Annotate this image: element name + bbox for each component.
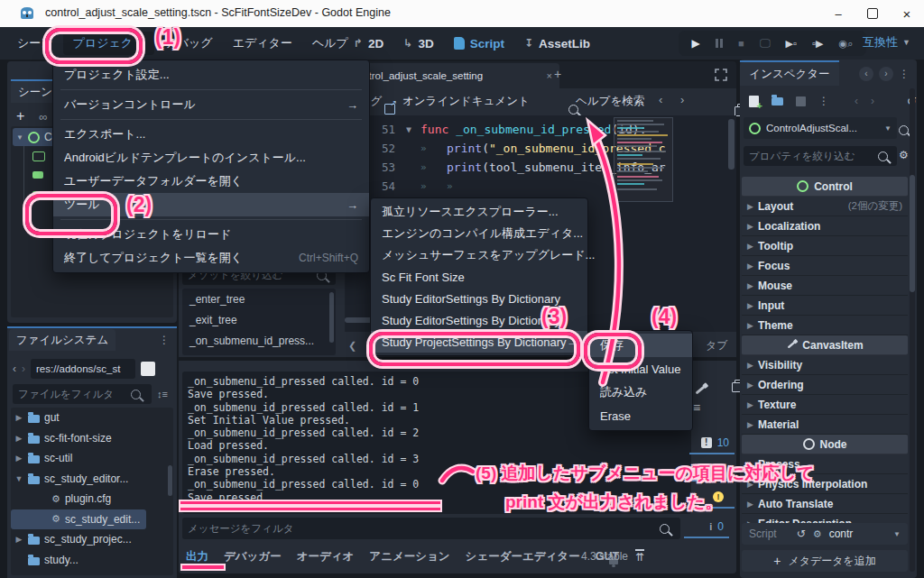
pause-button[interactable] <box>716 39 723 48</box>
tools-menu-item-2[interactable]: メッシュサーフェスをアップグレード... <box>371 244 587 266</box>
inspector-filter-input[interactable]: プロパティを絞り込む <box>744 146 897 166</box>
bottom-tab-0[interactable]: 出力 <box>186 549 208 564</box>
edited-object-select[interactable]: ControlAdjustScal... ▼ <box>744 117 897 139</box>
chevron-down-icon[interactable]: ▼ <box>893 530 901 538</box>
close-tab-icon[interactable]: × <box>547 70 552 81</box>
expand-fullscreen-icon[interactable] <box>715 69 727 81</box>
message-filter-input[interactable]: メッセージをフィルタ <box>182 518 680 539</box>
play-custom-scene-button[interactable]: ▫▶ <box>812 38 823 50</box>
filesystem-filter-input[interactable]: ファイルをフィルタ <box>13 384 152 404</box>
tools-menu-item-3[interactable]: Sc Fit Font Size <box>371 266 587 288</box>
inspector-section-ordering[interactable]: ▶Ordering <box>742 375 908 395</box>
add-metadata-button[interactable]: + メタデータを追加 <box>742 550 908 572</box>
bottom-tab-1[interactable]: デバッガー <box>224 549 282 564</box>
play-button[interactable]: ▶ <box>692 37 700 50</box>
stop-button[interactable]: ■ <box>738 38 744 49</box>
search-help-button[interactable]: ヘルプを検索 <box>576 94 644 109</box>
project-menu-item-7[interactable]: 終了してプロジェクト一覧を開くCtrl+Shift+Q <box>53 246 369 270</box>
project-menu-item-3[interactable]: Androidビルドテンプレートのインストール... <box>53 146 369 170</box>
tab-inspector[interactable]: インスペクター <box>740 62 839 86</box>
info-count-toggle[interactable]: i 0 <box>684 518 729 538</box>
menu-item-3[interactable]: エディター <box>223 32 302 55</box>
study-menu-item-2[interactable]: 読み込み <box>589 381 692 404</box>
workspace-script[interactable]: Script <box>454 37 504 50</box>
project-menu-item-2[interactable]: エクスポート... <box>53 123 369 146</box>
inspector-section-focus[interactable]: ▶Focus <box>742 256 908 276</box>
study-menu-item-3[interactable]: Erase <box>589 404 692 427</box>
scene-tab-active[interactable]: control_adjust_scale_setting × <box>345 63 559 88</box>
method-list-item[interactable]: _exit_tree <box>182 309 336 330</box>
tools-menu-item-1[interactable]: エンジンのコンパイル構成エディタ... <box>371 223 587 244</box>
close-button[interactable]: × <box>890 1 924 26</box>
project-menu-item-0[interactable]: プロジェクト設定... <box>53 63 369 87</box>
filesystem-scrollbar[interactable] <box>168 465 172 496</box>
save-resource-icon[interactable] <box>796 96 806 106</box>
inspector-section-visibility[interactable]: ▶Visibility <box>742 355 908 375</box>
new-resource-icon[interactable]: + <box>749 96 759 107</box>
inspector-section-input[interactable]: ▶Input <box>742 296 908 316</box>
inspector-scrollbar[interactable] <box>910 88 915 572</box>
log-count-toggle[interactable]: ! 10 <box>689 435 735 454</box>
filesystem-item-sc_study_edit[interactable]: ⚙sc_study_edit... <box>11 509 146 530</box>
dock-options-icon[interactable]: ⋮ <box>899 68 910 80</box>
clear-output-icon[interactable] <box>695 385 705 394</box>
scene-tree-child-row[interactable] <box>32 151 45 161</box>
script-forward-icon[interactable]: › <box>680 93 684 106</box>
filesystem-item-study[interactable]: study... <box>11 550 173 571</box>
filesystem-item-sc-fit-font-size[interactable]: ▶sc-fit-font-size <box>11 428 173 449</box>
expand-bottom-panel-icon[interactable]: ⇈ <box>635 549 644 564</box>
indent-type-status[interactable]: タブ <box>706 338 728 353</box>
workspace-3d[interactable]: ↳3D <box>403 37 433 50</box>
scene-tree-child-row[interactable] <box>32 171 43 179</box>
filesystem-item-sc_study_editor[interactable]: ▼sc_study_editor... <box>11 469 173 490</box>
project-menu-item-1[interactable]: バージョンコントロール→ <box>53 93 369 116</box>
play-scene-button[interactable]: ▶▫ <box>786 38 797 50</box>
collapse-duplicates-icon[interactable]: ≡ <box>693 400 700 415</box>
resource-options-icon[interactable]: ⋮ <box>818 95 829 107</box>
remote-play-icon[interactable]: 🖵 <box>760 37 771 50</box>
instance-scene-icon[interactable]: ∞ <box>39 110 47 124</box>
history-forward-icon[interactable]: › <box>871 95 874 107</box>
filesystem-item-sc_study_projec[interactable]: ▶sc_study_projec... <box>11 529 173 550</box>
renderer-select[interactable]: 互換性 ▼ <box>863 34 910 50</box>
inspector-section-auto-translate[interactable]: ▶Auto Translate <box>742 494 908 514</box>
inspector-section-layout[interactable]: ▶Layout(2個の変更) <box>742 197 908 216</box>
prev-object-icon[interactable]: ‹ <box>859 67 873 81</box>
history-back-icon[interactable]: ‹ <box>855 95 858 107</box>
inspector-section-theme[interactable]: ▶Theme <box>742 316 908 335</box>
filesystem-item-gut[interactable]: ▶gut <box>11 408 173 428</box>
dock-options-icon[interactable]: ⋮ <box>159 334 170 346</box>
history-back-icon[interactable]: ‹ <box>13 362 16 375</box>
revert-icon[interactable]: ↺ <box>797 528 806 540</box>
bottom-tab-2[interactable]: オーディオ <box>297 549 355 564</box>
inspector-section-texture[interactable]: ▶Texture <box>742 395 908 415</box>
method-list-item[interactable]: _enter_tree <box>182 289 336 309</box>
inspector-section-mouse[interactable]: ▶Mouse <box>742 276 908 296</box>
bottom-tab-3[interactable]: アニメーション <box>369 549 449 564</box>
bottom-tab-4[interactable]: シェーダーエディター <box>466 549 580 564</box>
filesystem-tree[interactable]: ▶gut▶sc-fit-font-size▶sc-util▼sc_study_e… <box>11 408 173 575</box>
workspace-assetlib[interactable]: ↧AssetLib <box>524 37 590 50</box>
script-property-row[interactable]: Script ↺ ⚙ contr ▼ <box>742 523 908 545</box>
inspector-section-material[interactable]: ▶Material <box>742 415 908 435</box>
minimize-button[interactable]: – <box>821 1 855 26</box>
add-node-button[interactable]: + <box>16 108 24 124</box>
workspace-2d[interactable]: ↱2D <box>354 37 383 50</box>
movie-maker-button[interactable]: ◉⌕ <box>839 38 854 50</box>
maximize-button[interactable] <box>855 1 890 26</box>
menu-item-4[interactable]: ヘルプ <box>302 32 358 55</box>
tools-menu-item-0[interactable]: 孤立リソースエクスプローラー... <box>371 201 587 223</box>
inspector-section-tooltip[interactable]: ▶Tooltip <box>742 236 908 256</box>
collapse-panel-icon[interactable]: ❮ <box>348 340 356 352</box>
filesystem-item-sc-util[interactable]: ▶sc-util <box>11 448 173 469</box>
filesystem-item-plugincfg[interactable]: ⚙plugin.cfg <box>11 489 173 509</box>
code-scrollbar[interactable] <box>728 119 735 170</box>
current-path-field[interactable]: res://addons/sc_st <box>31 359 135 379</box>
code-minimap[interactable] <box>614 117 673 202</box>
tab-filesystem[interactable]: ファイルシステム <box>9 329 116 351</box>
inspector-section-localization[interactable]: ▶Localization <box>742 216 908 236</box>
load-resource-icon[interactable] <box>772 97 783 106</box>
collapse-arrow-icon[interactable]: ▼ <box>16 133 23 142</box>
history-forward-icon[interactable]: › <box>22 362 25 375</box>
open-docs-icon[interactable] <box>899 125 909 135</box>
